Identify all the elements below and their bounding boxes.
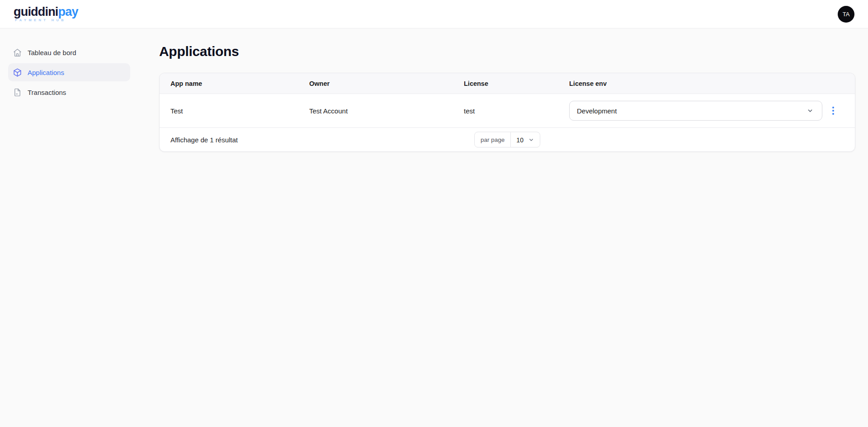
per-page-control: par page 10 — [474, 132, 540, 148]
column-header-app-name: App name — [170, 80, 309, 87]
table-header-row: App name Owner License License env — [160, 73, 855, 94]
sidebar: Tableau de bord Applications Transaction… — [0, 28, 131, 427]
main-content: Applications App name Owner License Lice… — [131, 28, 868, 427]
sidebar-item-transactions[interactable]: Transactions — [8, 83, 130, 101]
results-summary: Affichage de 1 résultat — [170, 136, 238, 144]
table-row: Test Test Account test Development — [160, 94, 855, 128]
row-actions-kebab-button[interactable] — [822, 101, 844, 121]
brand-tagline: PAYMENT HUB — [14, 19, 78, 22]
chevron-down-icon — [807, 107, 814, 114]
document-icon — [13, 88, 22, 97]
brand-logo[interactable]: guiddinipay PAYMENT HUB — [14, 6, 78, 22]
sidebar-item-label: Tableau de bord — [28, 49, 76, 56]
license-env-select[interactable]: Development — [569, 101, 822, 121]
column-header-owner: Owner — [309, 80, 464, 87]
table-footer: Affichage de 1 résultat par page 10 — [160, 128, 855, 151]
sidebar-item-label: Transactions — [28, 89, 66, 96]
kebab-dot — [832, 107, 834, 108]
brand-wordmark: guiddinipay — [14, 6, 78, 18]
column-header-license-env: License env — [569, 80, 844, 87]
column-header-license: License — [464, 80, 569, 87]
applications-table-card: App name Owner License License env Test … — [159, 73, 855, 152]
per-page-select[interactable]: 10 — [511, 132, 540, 147]
home-icon — [13, 48, 22, 57]
cell-license-env: Development — [569, 101, 844, 121]
kebab-dot — [832, 113, 834, 115]
license-env-select-value: Development — [577, 107, 617, 115]
per-page-value: 10 — [516, 136, 524, 143]
chevron-down-icon — [528, 136, 534, 143]
cell-app-name: Test — [170, 107, 309, 115]
sidebar-item-label: Applications — [28, 69, 64, 76]
per-page-label: par page — [475, 132, 511, 147]
sidebar-item-dashboard[interactable]: Tableau de bord — [8, 43, 130, 61]
user-avatar[interactable]: TA — [838, 6, 854, 23]
sidebar-item-applications[interactable]: Applications — [8, 63, 130, 81]
cell-owner: Test Account — [309, 107, 464, 115]
kebab-dot — [832, 110, 834, 112]
page-title: Applications — [159, 44, 855, 59]
cell-license: test — [464, 107, 569, 115]
cube-icon — [13, 68, 22, 77]
top-header: guiddinipay PAYMENT HUB TA — [0, 0, 868, 28]
brand-accent: pay — [58, 5, 78, 19]
brand-primary: guiddini — [14, 5, 58, 19]
